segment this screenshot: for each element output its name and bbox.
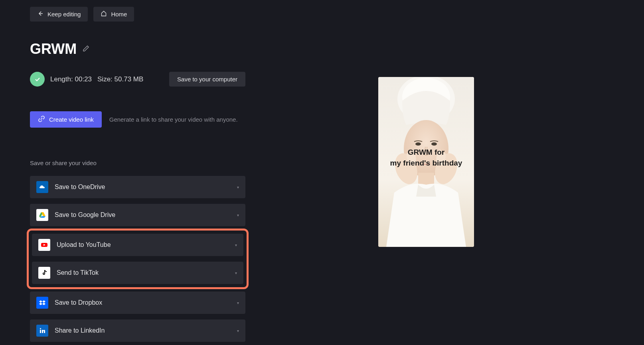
- link-icon: [38, 115, 45, 124]
- create-video-link-button[interactable]: Create video link: [30, 111, 102, 128]
- share-item-label: Save to OneDrive: [55, 183, 231, 191]
- home-button[interactable]: Home: [93, 7, 134, 22]
- share-linkedin-button[interactable]: Share to LinkedIn ▾: [30, 319, 245, 342]
- preview-caption: GRWM for my friend's birthday: [390, 147, 462, 168]
- home-icon: [101, 10, 107, 18]
- svg-rect-1: [40, 330, 41, 333]
- share-list: Save to OneDrive ▾ Save to Google Drive …: [30, 176, 245, 342]
- share-item-label: Share to LinkedIn: [55, 327, 231, 334]
- onedrive-icon: [36, 181, 48, 193]
- share-item-label: Upload to YouTube: [57, 241, 229, 248]
- edit-title-button[interactable]: [82, 44, 90, 54]
- linkedin-icon: [36, 325, 48, 337]
- video-preview[interactable]: GRWM for my friend's birthday: [378, 77, 474, 247]
- share-item-label: Save to Dropbox: [55, 299, 231, 306]
- link-row: Create video link Generate a link to sha…: [30, 111, 614, 128]
- chevron-down-icon: ▾: [237, 213, 239, 217]
- highlight-annotation: Upload to YouTube ▾ Send to TikTok ▾: [27, 229, 249, 289]
- chevron-down-icon: ▾: [237, 329, 239, 333]
- tiktok-icon: [38, 267, 50, 279]
- share-item-label: Send to TikTok: [57, 269, 229, 276]
- gdrive-icon: [36, 209, 48, 221]
- link-hint: Generate a link to share your video with…: [109, 116, 238, 123]
- share-youtube-button[interactable]: Upload to YouTube ▾: [32, 234, 243, 256]
- share-gdrive-button[interactable]: Save to Google Drive ▾: [30, 204, 245, 226]
- chevron-down-icon: ▾: [237, 185, 239, 189]
- youtube-icon: [38, 239, 50, 251]
- save-to-computer-button[interactable]: Save to your computer: [169, 72, 245, 87]
- video-meta: Length: 00:23 Size: 50.73 MB: [50, 75, 143, 83]
- title-row: GRWM: [30, 41, 614, 57]
- home-label: Home: [111, 11, 127, 18]
- share-item-label: Save to Google Drive: [55, 211, 231, 219]
- share-section-label: Save or share your video: [30, 160, 614, 166]
- svg-point-2: [40, 328, 41, 329]
- share-onedrive-button[interactable]: Save to OneDrive ▾: [30, 176, 245, 198]
- info-row: Length: 00:23 Size: 50.73 MB Save to you…: [30, 72, 245, 87]
- export-complete-badge: [30, 72, 45, 87]
- share-tiktok-button[interactable]: Send to TikTok ▾: [32, 262, 243, 284]
- keep-editing-label: Keep editing: [47, 11, 81, 18]
- top-bar: Keep editing Home: [30, 7, 614, 22]
- chevron-down-icon: ▾: [237, 301, 239, 305]
- svg-point-9: [431, 142, 437, 146]
- size-meta: Size: 50.73 MB: [97, 75, 143, 83]
- create-link-label: Create video link: [49, 116, 94, 123]
- length-meta: Length: 00:23: [50, 75, 92, 83]
- dropbox-icon: [36, 297, 48, 309]
- share-dropbox-button[interactable]: Save to Dropbox ▾: [30, 292, 245, 314]
- page-title: GRWM: [30, 41, 77, 57]
- svg-point-8: [415, 142, 421, 146]
- chevron-down-icon: ▾: [235, 243, 237, 247]
- keep-editing-button[interactable]: Keep editing: [30, 7, 88, 22]
- chevron-down-icon: ▾: [235, 271, 237, 275]
- arrow-left-icon: [37, 10, 43, 18]
